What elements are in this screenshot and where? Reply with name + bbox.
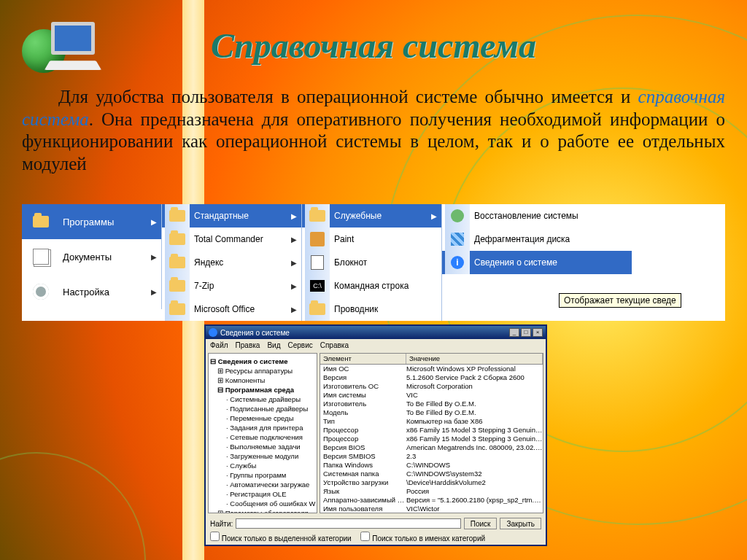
grid-row[interactable]: Версия SMBIOS2.3 <box>320 452 543 461</box>
tree-node[interactable]: · Сообщения об ошибках W <box>210 499 315 508</box>
paragraph-part: . Она предназначена для оперативного пол… <box>22 109 725 174</box>
col-header-element[interactable]: Элемент <box>320 354 406 364</box>
submenu-arrow-icon: ▶ <box>422 212 437 220</box>
close-search-button[interactable]: Закрыть <box>500 518 541 529</box>
find-button[interactable]: Поиск <box>464 518 498 529</box>
tree-node[interactable]: ⊞ Компоненты <box>210 376 315 385</box>
menu-item[interactable]: Восстановление системы <box>442 204 632 228</box>
grid-row[interactable]: ЯзыкРоссия <box>320 487 543 496</box>
menu-item[interactable]: Служебные▶ <box>302 204 441 228</box>
tree-node[interactable]: · Сетевые подключения <box>210 432 315 442</box>
tree-node[interactable]: · Переменные среды <box>210 413 315 423</box>
menu-column-2: Стандартные▶Total Commander▶Яндекс▶7-Zip… <box>162 204 302 321</box>
menu-column-4: Восстановление системыДефрагментация дис… <box>442 204 632 274</box>
grid-row[interactable]: ТипКомпьютер на базе X86 <box>320 417 543 426</box>
tree-node[interactable]: ⊟ Программная среда <box>210 385 315 394</box>
menu-Справка[interactable]: Справка <box>320 341 349 349</box>
paragraph-part: Для удобства пользователя в операционной… <box>58 87 638 106</box>
menu-item-label: Total Commander <box>194 234 263 244</box>
tree-node[interactable]: · Подписанные драйверы <box>210 404 315 413</box>
tree-node[interactable]: · Задания для принтера <box>210 423 315 432</box>
tree-node[interactable]: ⊞ Ресурсы аппаратуры <box>210 366 315 376</box>
grid-row[interactable]: Версия BIOSAmerican Megatrends Inc. 0800… <box>320 443 543 452</box>
chk-selected-category[interactable]: Поиск только в выделенной категории <box>210 534 352 542</box>
menu-item-label: Настройка <box>63 287 109 298</box>
grid-row[interactable]: Изготовитель ОСMicrosoft Corporation <box>320 382 543 391</box>
menu-item[interactable]: C:\Командная строка <box>302 274 441 298</box>
menu-item[interactable]: Программы▶ <box>22 204 161 239</box>
menu-item[interactable]: Документы▶ <box>22 239 161 274</box>
menu-item[interactable]: Дефрагментация диска <box>442 228 632 251</box>
grid-row[interactable]: Аппаратно-зависимый ур...Версия = "5.1.2… <box>320 496 543 505</box>
tree-node[interactable]: · Регистрация OLE <box>210 489 315 499</box>
search-footer: Найти: Поиск Закрыть Поиск только в выде… <box>206 516 546 545</box>
grid-header: Элемент Значение <box>320 354 543 365</box>
menu-item[interactable]: 7-Zip▶ <box>162 274 301 298</box>
menu-item[interactable]: Total Commander▶ <box>162 228 301 251</box>
grid-row[interactable]: Версия5.1.2600 Service Pack 2 Сборка 260… <box>320 373 543 382</box>
menu-item[interactable]: Microsoft Office▶ <box>162 298 301 321</box>
menu-item[interactable]: Настройка▶ <box>22 274 161 309</box>
menu-item[interactable]: Стандартные▶ <box>162 204 301 228</box>
menu-item[interactable]: Яндекс▶ <box>162 251 301 274</box>
find-input[interactable] <box>236 518 460 529</box>
tree-node[interactable]: ⊟ Сведения о системе <box>210 357 315 366</box>
tree-node[interactable]: · Системные драйверы <box>210 394 315 404</box>
menu-item-label: Яндекс <box>194 257 223 268</box>
menu-item-label: Служебные <box>334 211 382 221</box>
menu-item[interactable]: iСведения о системе <box>442 251 632 274</box>
submenu-arrow-icon: ▶ <box>282 306 297 314</box>
grid-row[interactable]: Устройство загрузки\Device\HarddiskVolum… <box>320 478 543 487</box>
chk-category-names[interactable]: Поиск только в именах категорий <box>360 534 485 542</box>
tree-node[interactable]: · Загруженные модули <box>210 451 315 461</box>
tree-panel[interactable]: ⊟ Сведения о системе⊞ Ресурсы аппаратуры… <box>208 353 317 513</box>
submenu-arrow-icon: ▶ <box>142 288 157 296</box>
menu-Файл[interactable]: Файл <box>210 341 228 349</box>
menu-item-label: Документы <box>63 252 112 262</box>
system-info-window: Сведения о системе _ □ × ФайлПравкаВидСе… <box>204 324 547 546</box>
menu-item[interactable]: Блокнот <box>302 251 441 274</box>
menu-item-label: 7-Zip <box>194 281 214 291</box>
grid-row[interactable]: Имя ОСMicrosoft Windows XP Professional <box>320 365 543 373</box>
grid-row[interactable]: Процессорx86 Family 15 Model 3 Stepping … <box>320 435 543 443</box>
slide-paragraph: Для удобства пользователя в операционной… <box>22 86 725 175</box>
tree-node[interactable]: · Службы <box>210 461 315 470</box>
menu-item-label: Блокнот <box>334 257 367 268</box>
close-button[interactable]: × <box>533 328 543 337</box>
tree-node[interactable]: · Выполняемые задачи <box>210 442 315 451</box>
find-label: Найти: <box>210 520 233 528</box>
menubar: ФайлПравкаВидСервисСправка <box>206 339 546 351</box>
grid-row[interactable]: Имя системыVIC <box>320 391 543 400</box>
grid-row[interactable]: Системная папкаC:\WINDOWS\system32 <box>320 470 543 478</box>
submenu-arrow-icon: ▶ <box>282 282 297 290</box>
menu-Правка[interactable]: Правка <box>236 341 260 349</box>
submenu-arrow-icon: ▶ <box>282 236 297 244</box>
menu-item[interactable]: Проводник <box>302 298 441 321</box>
submenu-arrow-icon: ▶ <box>142 218 157 226</box>
tree-node[interactable]: · Группы программ <box>210 470 315 480</box>
titlebar[interactable]: Сведения о системе _ □ × <box>206 326 546 339</box>
menu-tooltip: Отображает текущие сведе <box>559 293 681 308</box>
menu-item-label: Paint <box>334 234 354 244</box>
tree-node[interactable]: · Автоматически загружае <box>210 480 315 489</box>
maximize-button[interactable]: □ <box>521 328 531 337</box>
grid-row[interactable]: МодельTo Be Filled By O.E.M. <box>320 408 543 417</box>
col-header-value[interactable]: Значение <box>406 354 543 364</box>
grid-row[interactable]: Папка WindowsC:\WINDOWS <box>320 461 543 470</box>
grid-row[interactable]: Процессорx86 Family 15 Model 3 Stepping … <box>320 426 543 435</box>
grid-row[interactable]: ИзготовительTo Be Filled By O.E.M. <box>320 400 543 408</box>
menu-Сервис[interactable]: Сервис <box>287 341 312 349</box>
menu-item[interactable]: Paint <box>302 228 441 251</box>
minimize-button[interactable]: _ <box>509 328 519 337</box>
menu-column-1: Программы▶Документы▶Настройка▶ <box>22 204 162 309</box>
menu-Вид[interactable]: Вид <box>267 341 280 349</box>
slide-title: Справочная система <box>0 26 747 66</box>
grid-row[interactable]: Имя пользователяVIC\Wictor <box>320 505 543 513</box>
submenu-arrow-icon: ▶ <box>282 259 297 267</box>
menu-item-label: Восстановление системы <box>474 211 578 221</box>
menu-item-label: Проводник <box>334 304 378 314</box>
details-grid[interactable]: Элемент Значение Имя ОСMicrosoft Windows… <box>320 353 543 513</box>
submenu-arrow-icon: ▶ <box>142 253 157 261</box>
tree-node[interactable]: ⊞ Параметры обозревателя <box>210 508 315 513</box>
menu-column-3: Служебные▶PaintБлокнотC:\Командная строк… <box>302 204 442 321</box>
